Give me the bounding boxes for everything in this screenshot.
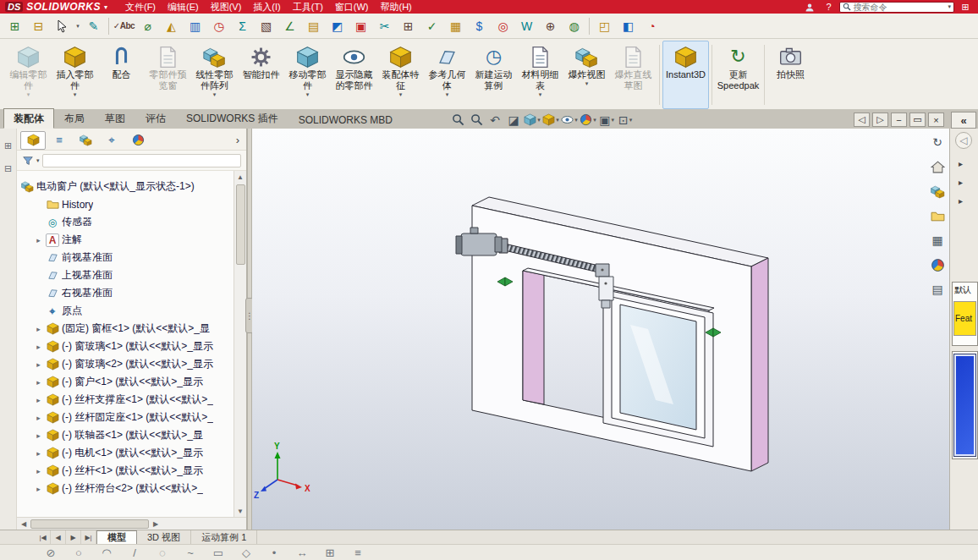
search-scope-dropdown-icon[interactable]: ▾ <box>948 3 951 10</box>
hole-alignment-icon[interactable]: ⊕ <box>539 16 562 36</box>
bill-of-materials-button[interactable]: 材料明细表 ▾ <box>517 41 563 109</box>
interference-detection-icon[interactable]: ◰ <box>593 16 616 36</box>
doc-back-button[interactable]: ◁ <box>854 113 870 127</box>
tab-evaluate[interactable]: 评估 <box>135 108 176 129</box>
tab-propertymanager[interactable]: ≡ <box>47 131 72 150</box>
tab-addins[interactable]: SOLIDWORKS 插件 <box>176 108 288 129</box>
thickness-analysis-icon[interactable]: ▣ <box>349 16 372 36</box>
move-component-button[interactable]: 移动零部件 ▾ <box>284 41 331 109</box>
assembly-features-dropdown-icon[interactable]: ▾ <box>399 91 403 99</box>
snap-polygon-icon[interactable]: ◇ <box>239 546 253 559</box>
apply-scene-button[interactable]: ▣▾ <box>598 112 615 128</box>
appearances-icon[interactable] <box>929 256 946 273</box>
new-motion-study-button[interactable]: ◷ 新建运动算例 <box>470 41 517 109</box>
feature-button[interactable]: Feat <box>953 301 976 336</box>
doc-close-button[interactable]: × <box>928 113 944 127</box>
menu-window[interactable]: 窗口(W) <box>329 1 375 14</box>
tree-item-component[interactable]: ▸ (-) 窗玻璃<1> (默认<<默认>_显示 <box>17 338 234 355</box>
expand-arrow-icon[interactable]: ▸ <box>34 236 43 244</box>
tab-displaymanager[interactable] <box>125 131 151 150</box>
filter-dropdown-icon[interactable]: ▾ <box>36 157 40 164</box>
show-hidden-components-button[interactable]: 显示隐藏的零部件 <box>331 41 377 109</box>
reference-geometry-dropdown-icon[interactable]: ▾ <box>446 91 449 99</box>
menu-edit[interactable]: 编辑(E) <box>162 1 205 14</box>
tree-item-top-plane[interactable]: 上视基准面 <box>17 266 234 284</box>
split-pane-icon[interactable]: ⊟ <box>4 163 12 174</box>
snap-dimension-icon[interactable]: ↔ <box>295 546 309 559</box>
tree-item-component[interactable]: ▸ (-) 联轴器<1> (默认<<默认>_显 <box>17 426 234 444</box>
linear-pattern-button[interactable]: 线性零部件阵列 ▾ <box>191 41 238 109</box>
snap-point-icon[interactable]: • <box>267 546 281 559</box>
custom-properties-icon[interactable]: ▤ <box>929 281 946 298</box>
login-icon[interactable] <box>802 1 817 12</box>
previous-view-button[interactable]: ↶ <box>486 112 503 128</box>
draft-analysis-icon[interactable]: ◩ <box>326 16 349 36</box>
single-view-icon[interactable]: ⊟ <box>27 16 50 36</box>
tab-layout[interactable]: 布局 <box>54 108 95 129</box>
flyout-chevron-icon[interactable]: ▸ <box>959 178 963 187</box>
tree-item-component[interactable]: ▸ (-) 丝杆<1> (默认<<默认>_显示 <box>17 462 234 480</box>
deviation-analysis-icon[interactable]: ∠ <box>278 16 301 36</box>
compare-documents-icon[interactable]: ⊞ <box>397 16 420 36</box>
snap-disable-icon[interactable]: ⊘ <box>44 546 58 559</box>
linear-pattern-dropdown-icon[interactable]: ▾ <box>213 91 217 99</box>
expand-arrow-icon[interactable]: ▸ <box>34 449 43 458</box>
tab-sketch[interactable]: 草图 <box>95 108 135 129</box>
curvature-icon[interactable]: ◔ <box>640 16 663 36</box>
move-component-dropdown-icon[interactable]: ▾ <box>306 91 310 99</box>
assembly-features-button[interactable]: 装配体特征 ▾ <box>377 41 424 109</box>
costing-icon[interactable]: $ <box>468 16 491 36</box>
tab-mbd[interactable]: SOLIDWORKS MBD <box>288 111 403 129</box>
design-checker-icon[interactable]: ▦ <box>444 16 467 36</box>
doc-restore-button[interactable]: ▭ <box>909 113 926 127</box>
view-palette-icon[interactable]: ▦ <box>929 232 946 249</box>
refresh-icon[interactable]: ↻ <box>929 134 946 151</box>
view-settings-dropdown-icon[interactable]: ▾ <box>629 117 633 124</box>
tab-3d-views[interactable]: 3D 视图 <box>137 530 191 544</box>
scroll-down-icon[interactable]: ▼ <box>237 505 244 517</box>
view-orientation-button[interactable]: ▾ <box>524 112 541 128</box>
search-input[interactable] <box>853 3 946 12</box>
zebra-stripes-icon[interactable]: ▤ <box>302 16 325 36</box>
statistics-icon[interactable]: Σ <box>231 16 254 36</box>
hide-show-items-button[interactable]: ▾ <box>561 112 578 128</box>
expand-arrow-icon[interactable]: ▸ <box>34 396 43 404</box>
mass-properties-icon[interactable]: ◭ <box>160 16 183 36</box>
graphics-viewport[interactable]: Y X Z ↻ ▦ ▤ <box>252 129 949 530</box>
measure-icon[interactable]: ⌀ <box>136 16 159 36</box>
bill-of-materials-dropdown-icon[interactable]: ▾ <box>539 91 542 99</box>
export-word-icon[interactable]: W <box>515 16 538 36</box>
view-orientation-dropdown-icon[interactable]: ▾ <box>537 117 541 124</box>
exploded-view-button[interactable]: 爆炸视图 ▾ <box>563 41 610 109</box>
hide-show-dropdown-icon[interactable]: ▾ <box>574 117 578 124</box>
resources-grid-icon[interactable]: ⊞ <box>958 2 973 13</box>
scrollbar-thumb[interactable] <box>236 184 245 265</box>
tree-item-component[interactable]: ▸ (-) 丝杆固定座<1> (默认<<默认>_ <box>17 409 234 426</box>
expand-arrow-icon[interactable]: ▸ <box>34 360 43 369</box>
tree-vertical-scrollbar[interactable]: ▲ ▼ <box>234 171 246 517</box>
insert-components-dropdown-icon[interactable]: ▾ <box>74 91 77 99</box>
edit-component-button[interactable]: 编辑零部件 ▾ <box>5 41 52 109</box>
preview-thumbnail[interactable] <box>954 354 975 456</box>
tab-motion-study-1[interactable]: 运动算例 1 <box>191 530 257 544</box>
edit-component-dropdown-icon[interactable]: ▾ <box>27 91 30 99</box>
tree-item-origin[interactable]: ⌖ 原点 <box>17 302 234 320</box>
tree-root-assembly[interactable]: 电动窗户 (默认<默认_显示状态-1>) <box>17 178 234 195</box>
edit-appearance-dropdown-icon[interactable]: ▾ <box>593 117 596 124</box>
tab-dimxpertmanager[interactable]: ⌖ <box>99 131 124 150</box>
tab-assembly[interactable]: 装配体 <box>3 108 54 129</box>
help-icon[interactable]: ? <box>821 2 836 12</box>
assembly-visualization-icon[interactable]: ◧ <box>617 16 640 36</box>
smart-fasteners-button[interactable]: 智能扣件 <box>238 41 284 109</box>
expand-arrow-icon[interactable]: ▸ <box>34 325 43 333</box>
display-style-button[interactable]: ▾ <box>542 112 559 128</box>
tab-configurationmanager[interactable] <box>73 131 98 150</box>
instant3d-button[interactable]: Instant3D <box>662 41 709 109</box>
tree-item-front-plane[interactable]: 前视基准面 <box>17 249 234 266</box>
design-library-icon[interactable] <box>929 183 946 200</box>
scroll-up-icon[interactable]: ▲ <box>237 171 244 183</box>
home-icon[interactable] <box>929 158 946 175</box>
zoom-fit-button[interactable] <box>449 112 466 128</box>
tree-item-history[interactable]: History <box>17 195 234 213</box>
tree-item-component[interactable]: ▸ (固定) 窗框<1> (默认<<默认>_显 <box>17 320 234 338</box>
